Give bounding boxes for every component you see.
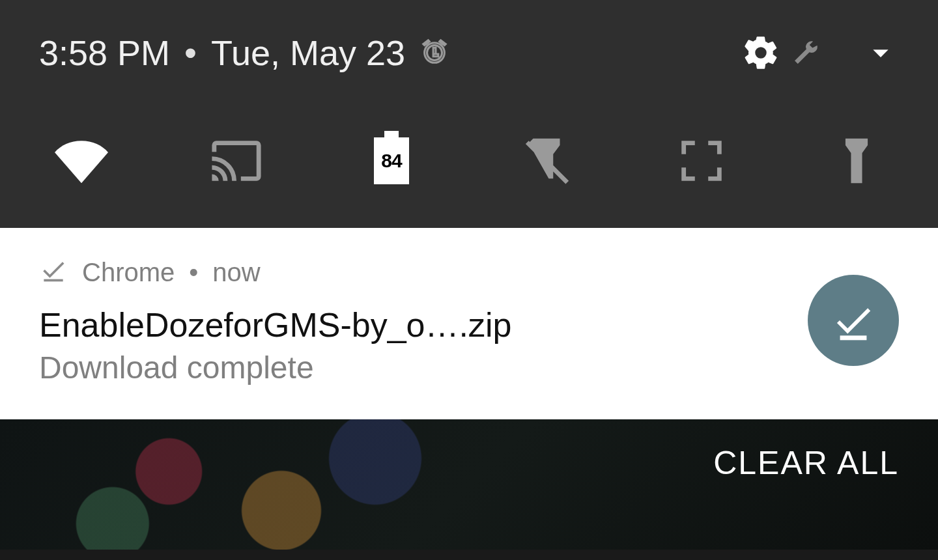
flashlight-off-tile[interactable] (517, 132, 576, 190)
quick-settings-tiles: 84 (39, 132, 899, 208)
download-done-small-icon (39, 255, 68, 290)
svg-rect-1 (840, 335, 867, 340)
cast-tile[interactable] (207, 132, 266, 190)
separator-dot: • (189, 258, 198, 287)
notification-title: EnableDozeforGMS-by_o….zip (39, 305, 808, 344)
wallpaper-area: CLEAR ALL (0, 419, 938, 550)
notification-shade: 3:58 PM • Tue, May 23 (0, 0, 938, 228)
settings-gear-icon[interactable] (741, 33, 780, 72)
status-left: 3:58 PM • Tue, May 23 (39, 33, 449, 73)
battery-icon: 84 (374, 137, 409, 184)
status-right (741, 33, 899, 72)
chevron-down-icon[interactable] (862, 35, 899, 71)
battery-tile[interactable]: 84 (362, 132, 421, 190)
status-date: Tue, May 23 (211, 33, 405, 73)
clock-time: 3:58 PM (39, 33, 170, 73)
alarm-icon (419, 38, 449, 68)
clear-all-button[interactable]: CLEAR ALL (713, 444, 899, 482)
status-row: 3:58 PM • Tue, May 23 (39, 33, 899, 73)
wifi-tile[interactable] (52, 132, 111, 190)
download-notification[interactable]: Chrome • now EnableDozeforGMS-by_o….zip … (0, 228, 938, 419)
wrench-icon[interactable] (792, 39, 819, 66)
battery-percent: 84 (374, 137, 409, 184)
notification-header: Chrome • now (39, 255, 808, 290)
notification-content: Chrome • now EnableDozeforGMS-by_o….zip … (39, 255, 808, 385)
notification-large-icon (808, 275, 899, 366)
download-done-icon (831, 298, 876, 343)
separator-dot: • (184, 33, 197, 73)
svg-rect-0 (44, 279, 63, 282)
notification-subtitle: Download complete (39, 350, 808, 385)
screenshot-tile[interactable] (672, 132, 731, 190)
notification-app-name: Chrome (82, 258, 175, 287)
notification-when: now (212, 258, 260, 287)
flashlight-tile[interactable] (827, 132, 886, 190)
